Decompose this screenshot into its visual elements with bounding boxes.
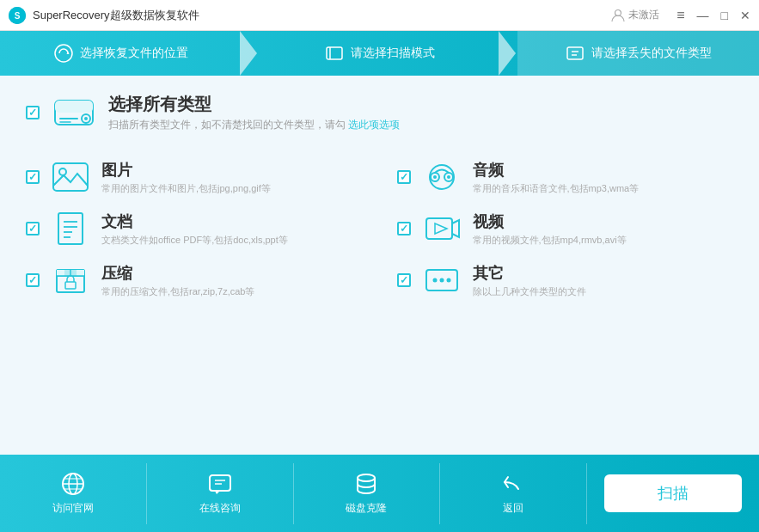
file-types-grid: 图片 常用的图片文件和图片,包括jpg,png,gif等 音频 — [26, 158, 733, 299]
select-all-title: 选择所有类型 — [108, 93, 400, 116]
video-text: 视频 常用的视频文件,包括mp4,rmvb,avi等 — [473, 211, 627, 247]
file-type-video: 视频 常用的视频文件,包括mp4,rmvb,avi等 — [397, 210, 734, 248]
checkbox-document[interactable] — [26, 222, 40, 235]
main-content: 选择所有类型 扫描所有类型文件，如不清楚找回的文件类型，请勾 选此项选项 图片 … — [0, 76, 759, 455]
steps-bar: 选择恢复文件的位置 请选择扫描模式 请选择丢失的文件类型 — [0, 31, 759, 76]
chat-icon — [208, 472, 232, 496]
nav-website[interactable]: 访问官网 — [0, 463, 147, 524]
nav-back[interactable]: 返回 — [440, 463, 587, 524]
nav-clone[interactable]: 磁盘克隆 — [294, 463, 441, 524]
database-icon — [354, 472, 378, 496]
svg-rect-10 — [55, 101, 93, 113]
title-bar: S SuperRecovery超级数据恢复软件 未激活 ≡ — □ ✕ — [0, 0, 759, 31]
user-icon — [611, 9, 625, 22]
video-label: 视频 — [473, 211, 627, 232]
nav-consult-label: 在线咨询 — [199, 501, 241, 516]
step-2[interactable]: 请选择扫描模式 — [259, 31, 500, 76]
image-icon — [52, 158, 89, 196]
svg-point-37 — [439, 278, 444, 283]
window-controls: ≡ — □ ✕ — [676, 8, 750, 23]
file-type-archive: 压缩 常用的压缩文件,包括rar,zip,7z,cab等 — [26, 261, 363, 299]
menu-icon[interactable]: ≡ — [676, 8, 684, 23]
svg-marker-27 — [435, 223, 447, 234]
step1-icon — [54, 44, 73, 63]
svg-point-47 — [358, 474, 375, 481]
archive-label: 压缩 — [101, 263, 254, 284]
file-type-audio: 音频 常用的音乐和语音文件,包括mp3,wma等 — [397, 158, 734, 196]
undo-icon — [501, 472, 525, 496]
app-title: SuperRecovery超级数据恢复软件 — [33, 8, 611, 23]
user-label: 未激活 — [628, 8, 659, 22]
nav-consult[interactable]: 在线咨询 — [147, 463, 294, 524]
bottom-bar: 访问官网 在线咨询 磁盘克隆 返回 — [0, 455, 759, 532]
archive-icon — [52, 261, 89, 299]
svg-rect-6 — [567, 47, 583, 59]
other-label: 其它 — [473, 263, 586, 284]
video-icon — [423, 210, 461, 248]
nav-back-label: 返回 — [503, 501, 523, 516]
archive-desc: 常用的压缩文件,包括rar,zip,7z,cab等 — [101, 285, 254, 298]
file-type-other: 其它 除以上几种文件类型的文件 — [397, 261, 734, 299]
step2-label: 请选择扫描模式 — [351, 46, 435, 61]
document-label: 文档 — [101, 211, 288, 232]
file-type-document: 文档 文档类文件如office PDF等,包括doc,xls,ppt等 — [26, 210, 363, 248]
image-label: 图片 — [101, 160, 271, 180]
svg-rect-21 — [58, 213, 83, 244]
close-button[interactable]: ✕ — [740, 9, 750, 22]
select-all-link[interactable]: 选此项选项 — [348, 119, 400, 131]
step-3[interactable]: 请选择丢失的文件类型 — [517, 31, 759, 76]
other-icon — [423, 261, 461, 299]
checkbox-video[interactable] — [397, 222, 411, 235]
file-type-image: 图片 常用的图片文件和图片,包括jpg,png,gif等 — [26, 158, 363, 196]
maximize-button[interactable]: □ — [721, 9, 728, 22]
image-text: 图片 常用的图片文件和图片,包括jpg,png,gif等 — [101, 160, 271, 195]
audio-icon — [423, 158, 461, 196]
app-logo: S — [9, 7, 26, 24]
svg-rect-34 — [65, 282, 76, 289]
svg-point-3 — [55, 45, 72, 62]
hdd-icon — [53, 95, 95, 130]
svg-point-12 — [84, 117, 88, 120]
select-all-checkbox[interactable] — [26, 106, 40, 119]
svg-point-19 — [433, 175, 437, 179]
svg-rect-15 — [53, 163, 88, 191]
bottom-nav: 访问官网 在线咨询 磁盘克隆 返回 — [0, 463, 587, 524]
nav-website-label: 访问官网 — [52, 501, 94, 516]
user-status: 未激活 — [611, 8, 659, 22]
scan-button[interactable]: 扫描 — [604, 474, 742, 512]
document-icon — [52, 210, 89, 248]
audio-text: 音频 常用的音乐和语音文件,包括mp3,wma等 — [473, 160, 640, 195]
globe-icon — [61, 472, 85, 496]
other-desc: 除以上几种文件类型的文件 — [473, 285, 586, 298]
checkbox-image[interactable] — [26, 170, 40, 184]
audio-label: 音频 — [473, 160, 640, 180]
select-all-desc: 扫描所有类型文件，如不清楚找回的文件类型，请勾 选此项选项 — [108, 118, 400, 132]
step3-icon — [566, 44, 585, 63]
video-desc: 常用的视频文件,包括mp4,rmvb,avi等 — [473, 234, 627, 247]
svg-text:S: S — [15, 11, 21, 21]
step1-label: 选择恢复文件的位置 — [80, 46, 188, 61]
step3-label: 请选择丢失的文件类型 — [591, 46, 712, 61]
other-text: 其它 除以上几种文件类型的文件 — [473, 263, 586, 298]
svg-point-36 — [432, 278, 437, 283]
svg-rect-4 — [327, 47, 342, 59]
checkbox-archive[interactable] — [26, 273, 40, 287]
nav-clone-label: 磁盘克隆 — [346, 501, 387, 516]
svg-rect-44 — [210, 475, 230, 491]
minimize-button[interactable]: — — [697, 9, 709, 22]
step-1[interactable]: 选择恢复文件的位置 — [0, 31, 242, 76]
image-desc: 常用的图片文件和图片,包括jpg,png,gif等 — [101, 182, 271, 195]
select-all-row: 选择所有类型 扫描所有类型文件，如不清楚找回的文件类型，请勾 选此项选项 — [26, 93, 733, 141]
step2-icon — [325, 44, 344, 63]
checkbox-other[interactable] — [397, 273, 411, 287]
svg-point-20 — [447, 175, 450, 179]
svg-point-38 — [446, 278, 450, 283]
document-text: 文档 文档类文件如office PDF等,包括doc,xls,ppt等 — [101, 211, 288, 247]
select-all-text: 选择所有类型 扫描所有类型文件，如不清楚找回的文件类型，请勾 选此项选项 — [108, 93, 400, 132]
checkbox-audio[interactable] — [397, 170, 411, 184]
document-desc: 文档类文件如office PDF等,包括doc,xls,ppt等 — [101, 234, 288, 247]
archive-text: 压缩 常用的压缩文件,包括rar,zip,7z,cab等 — [101, 263, 254, 298]
audio-desc: 常用的音乐和语音文件,包括mp3,wma等 — [473, 182, 640, 195]
svg-point-16 — [59, 168, 66, 175]
